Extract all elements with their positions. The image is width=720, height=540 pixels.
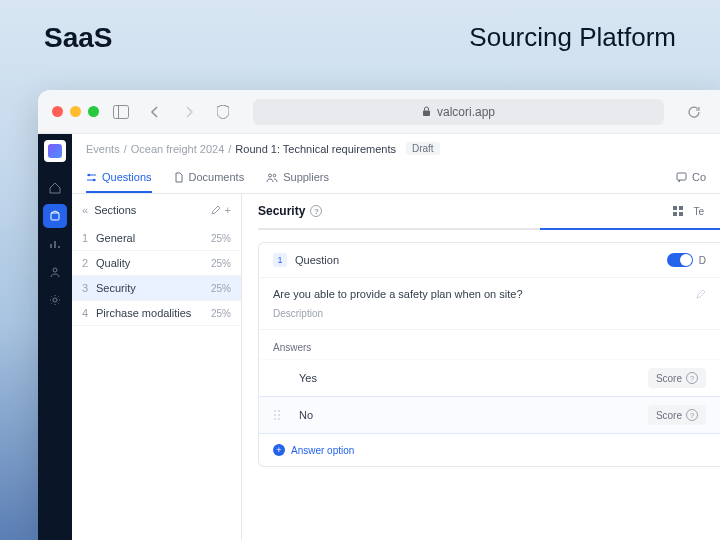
users-icon	[266, 172, 278, 183]
window-close-light[interactable]	[52, 106, 63, 117]
browser-chrome: valcori.app	[38, 90, 720, 134]
plus-icon: +	[273, 444, 285, 456]
svg-rect-2	[423, 111, 430, 117]
svg-point-20	[278, 418, 280, 420]
svg-point-8	[269, 174, 272, 177]
answer-row[interactable]: No Score ?	[259, 396, 720, 434]
tab-questions[interactable]: Questions	[86, 163, 152, 193]
document-icon	[174, 172, 184, 183]
drag-handle-icon[interactable]	[273, 409, 287, 421]
question-label: Question	[295, 254, 339, 266]
svg-point-4	[53, 268, 57, 272]
svg-rect-3	[51, 213, 59, 220]
svg-point-19	[274, 418, 276, 420]
rail-item-analytics[interactable]	[43, 232, 67, 256]
nav-rail	[38, 134, 72, 540]
question-text[interactable]: Are you able to provide a safety plan wh…	[273, 288, 523, 300]
svg-point-5	[53, 298, 57, 302]
svg-rect-12	[679, 206, 683, 210]
sliders-icon	[86, 172, 97, 183]
tab-label: Suppliers	[283, 171, 329, 183]
rail-item-settings[interactable]	[43, 288, 67, 312]
page-tabs: Questions Documents Suppliers Co	[72, 163, 720, 194]
question-number: 1	[273, 253, 287, 267]
answers-label: Answers	[259, 330, 720, 359]
grid-icon[interactable]	[673, 206, 683, 216]
browser-window: valcori.app Events / Ocean freight 2024	[38, 90, 720, 540]
hero-title-right: Sourcing Platform	[469, 22, 676, 54]
section-row-security[interactable]: 3 Security 25%	[72, 276, 241, 301]
section-row-purchase[interactable]: 4 Pirchase modalities 25%	[72, 301, 241, 326]
tab-label: Questions	[102, 171, 152, 183]
answer-value[interactable]: No	[293, 409, 648, 421]
url-bar[interactable]: valcori.app	[253, 99, 664, 125]
rail-item-home[interactable]	[43, 176, 67, 200]
info-icon[interactable]: ?	[310, 205, 322, 217]
info-icon: ?	[686, 372, 698, 384]
hero-title-left: SaaS	[44, 22, 113, 54]
toggle-label: D	[699, 255, 706, 266]
score-button[interactable]: Score ?	[648, 368, 706, 388]
tab-comments[interactable]: Co	[676, 163, 706, 193]
window-maximize-light[interactable]	[88, 106, 99, 117]
app-logo[interactable]	[44, 140, 66, 162]
sections-title: Sections	[94, 204, 136, 216]
lock-icon	[422, 106, 431, 117]
question-toggle[interactable]	[667, 253, 693, 267]
add-section-button[interactable]: +	[225, 204, 231, 216]
nav-back-button[interactable]	[143, 100, 167, 124]
rail-item-events[interactable]	[43, 204, 67, 228]
section-row-quality[interactable]: 2 Quality 25%	[72, 251, 241, 276]
rail-item-suppliers[interactable]	[43, 260, 67, 284]
score-button[interactable]: Score ?	[648, 405, 706, 425]
reload-button[interactable]	[682, 100, 706, 124]
question-card: 1 Question D Are you able to provide a s…	[258, 242, 720, 467]
answer-value[interactable]: Yes	[293, 372, 648, 384]
svg-rect-13	[673, 212, 677, 216]
breadcrumb-root[interactable]: Events	[86, 143, 120, 155]
content-panel: Security ? Te 1 Question	[242, 194, 720, 540]
window-minimize-light[interactable]	[70, 106, 81, 117]
sections-panel: « Sections + 1 General 25% 2	[72, 194, 242, 540]
svg-point-16	[278, 410, 280, 412]
pencil-icon[interactable]	[696, 289, 706, 299]
svg-rect-10	[677, 173, 686, 180]
edit-icon[interactable]	[211, 205, 221, 215]
tab-documents[interactable]: Documents	[174, 163, 245, 193]
nav-forward-button[interactable]	[177, 100, 201, 124]
answer-row[interactable]: Yes Score ?	[259, 359, 720, 396]
section-row-general[interactable]: 1 General 25%	[72, 226, 241, 251]
info-icon: ?	[686, 409, 698, 421]
status-badge: Draft	[406, 142, 440, 155]
url-text: valcori.app	[437, 105, 495, 119]
svg-point-6	[88, 173, 90, 175]
sidebar-toggle-button[interactable]	[109, 100, 133, 124]
svg-rect-14	[679, 212, 683, 216]
collapse-icon[interactable]: «	[82, 204, 88, 216]
add-answer-button[interactable]: + Answer option	[259, 434, 720, 466]
content-tool-label[interactable]: Te	[693, 206, 704, 217]
svg-rect-0	[114, 105, 129, 118]
svg-point-18	[278, 414, 280, 416]
breadcrumb-current: Round 1: Technical requirements	[235, 143, 396, 155]
add-answer-label: Answer option	[291, 445, 354, 456]
tab-label: Documents	[189, 171, 245, 183]
tab-label: Co	[692, 171, 706, 183]
svg-point-15	[274, 410, 276, 412]
shield-icon[interactable]	[211, 100, 235, 124]
svg-point-7	[93, 178, 95, 180]
svg-point-9	[273, 174, 276, 177]
content-title: Security	[258, 204, 305, 218]
description-label[interactable]: Description	[259, 304, 720, 329]
svg-point-17	[274, 414, 276, 416]
breadcrumb: Events / Ocean freight 2024 / Round 1: T…	[72, 134, 720, 163]
comment-icon	[676, 172, 687, 183]
breadcrumb-event[interactable]: Ocean freight 2024	[131, 143, 225, 155]
tab-suppliers[interactable]: Suppliers	[266, 163, 329, 193]
svg-rect-11	[673, 206, 677, 210]
